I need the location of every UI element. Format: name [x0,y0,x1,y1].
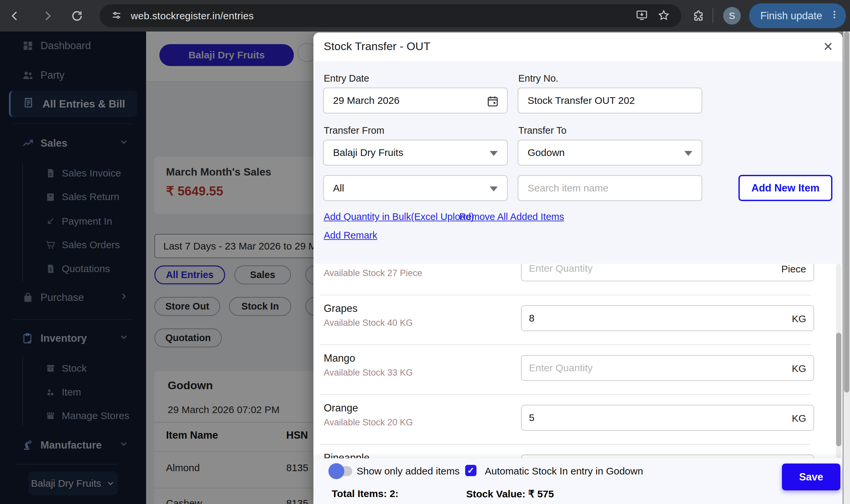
item-row: Orange Available Stock 20 KG KG [313,395,843,445]
item-list[interactable]: Available Stock 27 Piece Piece Grapes Av… [313,264,843,458]
save-button[interactable]: Save [782,464,840,490]
entry-date-field[interactable]: 29 March 2026 [323,88,508,113]
category-filter-value: All [333,182,344,194]
calendar-icon[interactable] [486,95,499,109]
quantity-field[interactable]: KG [521,405,814,431]
dropdown-caret-icon [490,151,498,156]
transfer-from-select[interactable]: Balaji Dry Fruits [323,140,508,166]
profile-avatar[interactable]: S [723,7,741,24]
quantity-input[interactable] [522,406,814,430]
quantity-field[interactable]: KG [521,355,814,381]
entry-no-label: Entry No. [518,73,558,84]
toggle-knob [328,463,344,479]
chrome-separator [713,8,713,23]
stock-value-text: Stock Value: ₹ 575 [466,488,554,500]
extensions-icon[interactable] [690,7,708,25]
item-row: Grapes Available Stock 40 KG KG [313,295,843,345]
category-filter-select[interactable]: All [323,175,508,201]
quantity-input[interactable] [522,455,814,458]
quantity-field[interactable]: KG [521,305,814,331]
quantity-input[interactable] [522,356,814,380]
transfer-from-value: Balaji Dry Fruits [333,147,403,158]
add-remark-link[interactable]: Add Remark [324,230,377,241]
dropdown-caret-icon [490,186,498,192]
bookmark-star-icon[interactable] [657,9,670,23]
reload-icon[interactable] [68,7,86,25]
dropdown-caret-icon [684,151,692,156]
available-stock: Available Stock 33 KG [324,367,413,378]
transfer-to-select[interactable]: Godown [518,140,702,166]
entry-date-label: Entry Date [324,73,369,84]
available-stock: Available Stock 40 KG [324,318,413,328]
entry-date-value: 29 March 2026 [333,95,399,106]
modal-title: Stock Transfer - OUT [324,40,430,53]
forward-icon[interactable] [38,7,56,25]
item-list-content: Available Stock 27 Piece Piece Grapes Av… [313,264,843,458]
auto-stock-in-label: Automatic Stock In entry in Godown [485,466,643,477]
entry-no-field[interactable] [518,88,702,113]
unit-label: KG [792,413,806,424]
available-stock: Available Stock 27 Piece [324,268,422,278]
total-items-text: Total Items: 2: [332,488,398,499]
check-icon: ✓ [467,466,474,476]
url-bar[interactable]: web.stockregister.in/entries [100,4,681,27]
item-name: Grapes [324,303,358,314]
modal-header: Stock Transfer - OUT × [313,33,843,61]
modal-footer: Show only added items ✓ Automatic Stock … [313,458,843,504]
auto-stock-in-checkbox[interactable]: ✓ [465,465,476,476]
item-search-box[interactable] [518,175,702,201]
entry-no-input[interactable] [518,88,701,113]
finish-update-button[interactable]: Finish update [749,3,846,28]
item-name: Mango [324,353,355,364]
item-name: Orange [324,402,358,414]
item-row: Mango Available Stock 33 KG KG [313,345,843,395]
browser-chrome: web.stockregister.in/entries S Finish up… [0,0,850,32]
quantity-field[interactable] [521,454,814,458]
unit-label: KG [792,313,806,324]
back-icon[interactable] [6,7,24,25]
transfer-to-value: Godown [527,147,565,158]
finish-update-label: Finish update [760,10,822,22]
screen: web.stockregister.in/entries S Finish up… [0,0,850,504]
bulk-upload-link[interactable]: Add Quantity in Bulk(Excel Upload) [324,211,474,222]
modal-body: Entry Date Entry No. 29 March 2026 Trans… [313,61,843,264]
page-scrollbar[interactable] [843,32,850,504]
save-label: Save [799,471,823,483]
list-scrollbar[interactable] [836,264,842,458]
item-row: Pineapple [313,445,843,458]
quantity-field[interactable]: Piece [521,264,814,281]
page-scrollbar-thumb[interactable] [844,32,849,393]
unit-label: KG [792,363,806,374]
add-new-item-button[interactable]: Add New Item [739,175,832,201]
show-added-label: Show only added items [357,466,459,477]
chrome-menu-icon[interactable] [829,10,839,22]
quantity-input[interactable] [522,306,814,330]
list-scrollbar-thumb[interactable] [836,333,842,446]
item-name: Pineapple [324,452,369,458]
add-new-item-label: Add New Item [751,182,819,194]
stock-transfer-out-modal: Stock Transfer - OUT × Entry Date Entry … [313,33,843,504]
transfer-from-label: Transfer From [324,125,384,136]
unit-label: Piece [781,264,806,275]
close-icon[interactable]: × [823,35,833,57]
item-row: Available Stock 27 Piece Piece [313,264,843,295]
available-stock: Available Stock 20 KG [324,417,413,428]
transfer-to-label: Transfer To [518,125,567,136]
show-added-toggle[interactable] [332,466,352,476]
site-info-icon[interactable] [111,10,122,22]
url-text[interactable]: web.stockregister.in/entries [131,10,254,22]
install-app-icon[interactable] [636,9,648,23]
item-search-input[interactable] [518,176,701,200]
quantity-input[interactable] [522,264,814,281]
remove-all-link[interactable]: Remove All Added Items [459,211,564,222]
